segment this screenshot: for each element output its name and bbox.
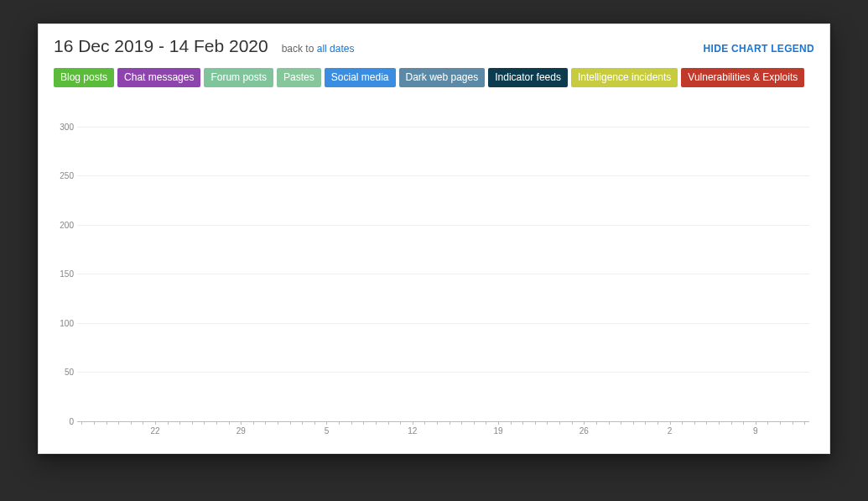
- gridline: [77, 323, 809, 324]
- gridline: [77, 127, 809, 128]
- gridline: [77, 274, 809, 274]
- gridline: [77, 372, 809, 373]
- x-axis-label: 2: [668, 426, 673, 436]
- gridline: [77, 175, 809, 176]
- y-axis-label: 250: [54, 171, 74, 180]
- legend-item-social-media[interactable]: Social media: [325, 68, 396, 87]
- legend-item-forum-posts[interactable]: Forum posts: [204, 68, 273, 87]
- x-axis-label: 12: [408, 426, 417, 436]
- back-to-wrap: back to all dates: [282, 43, 355, 55]
- x-axis-label: 5: [325, 426, 330, 436]
- x-axis-label: 22: [150, 426, 159, 436]
- x-axis-label: 19: [493, 426, 502, 436]
- y-axis-label: 50: [54, 368, 74, 377]
- card-header: 16 Dec 2019 - 14 Feb 2020 back to all da…: [54, 36, 814, 56]
- legend-item-vulnerabilities-exploits[interactable]: Vulnerabilities & Exploits: [681, 68, 804, 87]
- y-axis-label: 300: [54, 122, 74, 131]
- x-axis-label: 29: [236, 426, 246, 436]
- y-axis-label: 0: [54, 416, 74, 425]
- gridline: [77, 225, 809, 226]
- hide-legend-button[interactable]: HIDE CHART LEGEND: [704, 43, 814, 55]
- legend-item-indicator-feeds[interactable]: Indicator feeds: [488, 68, 568, 87]
- legend-item-intelligence-incidents[interactable]: Intelligence incidents: [571, 68, 678, 87]
- y-axis-label: 100: [54, 318, 74, 327]
- legend-item-pastes[interactable]: Pastes: [277, 68, 321, 87]
- chart-card: 16 Dec 2019 - 14 Feb 2020 back to all da…: [38, 23, 830, 454]
- y-axis-label: 200: [54, 220, 74, 229]
- gridline: [77, 421, 809, 422]
- legend-item-blog-posts[interactable]: Blog posts: [54, 68, 114, 87]
- all-dates-link[interactable]: all dates: [317, 43, 355, 55]
- legend-item-dark-web-pages[interactable]: Dark web pages: [399, 68, 486, 87]
- x-axis-label: 26: [580, 426, 589, 436]
- back-prefix: back to: [282, 43, 317, 55]
- x-axis-label: 9: [753, 426, 758, 436]
- header-left: 16 Dec 2019 - 14 Feb 2020 back to all da…: [54, 36, 354, 56]
- plot-region: 2229512192629 050100150200250300: [77, 97, 809, 421]
- legend-row: Blog postsChat messagesForum postsPastes…: [54, 68, 814, 87]
- y-axis-label: 150: [54, 269, 74, 279]
- date-range-title: 16 Dec 2019 - 14 Feb 2020: [54, 36, 268, 56]
- legend-item-chat-messages[interactable]: Chat messages: [117, 68, 200, 87]
- chart-area: 2229512192629 050100150200250300: [54, 94, 814, 438]
